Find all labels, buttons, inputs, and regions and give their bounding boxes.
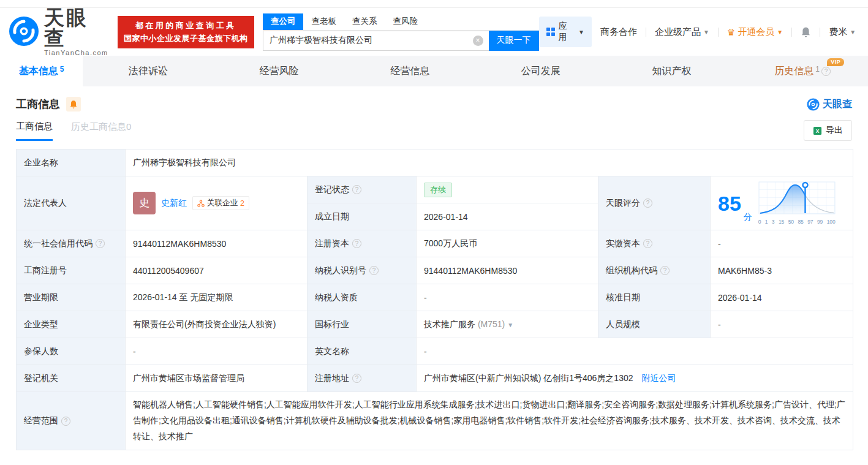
user-menu[interactable]: 费米 ▼ [829,26,856,38]
top-divider [0,0,868,8]
field-label: 注册资本? [308,230,417,257]
field-label: 天眼评分? [598,176,711,230]
avatar[interactable]: 史 [133,192,156,214]
enterprise-products-menu[interactable]: 企业级产品 ▼ [655,26,709,38]
open-vip-menu[interactable]: ♛ 开通会员 ▼ [727,26,783,38]
tab-legal-proceedings[interactable]: 法律诉讼 [83,56,214,86]
search-tab-boss[interactable]: 查老板 [303,13,344,30]
apps-label: 应用 [559,21,575,43]
help-icon[interactable]: ? [821,67,831,76]
help-icon[interactable]: ? [96,239,105,248]
help-icon[interactable]: ? [352,239,361,248]
divider [791,28,792,37]
field-label: 成立日期 [308,203,417,230]
field-label: 注册地址? [308,365,417,392]
tab-company-development[interactable]: 公司发展 [475,56,606,86]
credit-code-value: 91440112MAK6HM8530 [126,230,308,257]
reg-authority-value: 广州市黄埔区市场监督管理局 [126,365,308,392]
header-right-nav: 应用 ▼ 商务合作 企业级产品 ▼ ♛ 开通会员 ▼ 费米 ▼ [539,17,860,47]
tianyancha-logo-icon [807,98,820,111]
approval-date-value: 2026-01-14 [711,284,853,311]
english-name-value: - [417,338,853,365]
help-icon[interactable]: ? [352,374,361,383]
field-label: 英文名称 [308,338,417,365]
reg-number-value: 440112005409607 [126,257,308,284]
industry-cell: 技术推广服务 (M751) ▼ [417,311,598,338]
search-tab-risk[interactable]: 查风险 [385,13,426,30]
tab-count: 1 [815,65,820,74]
tianyancha-logo[interactable]: 天眼查 TianYanCha.com [9,7,110,56]
field-label: 核准日期 [598,284,711,311]
chevron-down-icon: ▼ [703,29,709,36]
score-axis-labels: 0131550859799100 [758,219,836,225]
crown-icon: ♛ [727,28,735,37]
business-term-value: 2026-01-14 至 无固定期限 [126,284,308,311]
tab-intellectual-property[interactable]: 知识产权 [606,56,738,86]
nearby-companies-link[interactable]: 附近公司 [641,373,676,383]
export-button[interactable]: X 导出 [804,120,852,141]
field-label: 营业期限 [17,284,126,311]
table-row: 登记机关 广州市黄埔区市场监督管理局 注册地址? 广州市黄埔区(中新广州知识城)… [17,365,853,392]
field-label: 人员规模 [598,311,711,338]
table-row: 营业期限 2026-01-14 至 无固定期限 纳税人资质 - 核准日期 202… [17,284,853,311]
header: 天眼查 TianYanCha.com 都在用的商业查询工具 国家中小企业发展子基… [0,8,868,56]
help-icon[interactable]: ? [643,239,652,248]
field-label: 纳税人资质 [308,284,417,311]
subtab-history-business-info[interactable]: 历史工商信息0 [71,121,131,140]
taxpayer-id-value: 91440112MAK6HM8530 [417,257,598,284]
tab-business-info[interactable]: 经营信息 [344,56,475,86]
field-label: 实缴资本? [598,230,711,257]
subscribe-bell-button[interactable] [66,97,81,112]
tianyancha-watermark: 天眼查 [807,98,852,111]
table-row: 企业类型 有限责任公司(外商投资企业法人独资) 国标行业 技术推广服务 (M75… [17,311,853,338]
establish-date-value: 2026-01-14 [417,203,598,230]
apps-grid-icon [546,28,555,36]
tyc-score-cell: 85 分 [711,176,853,230]
reg-capital-value: 7000万人民币 [417,230,598,257]
chevron-down-icon: ▼ [578,29,584,36]
chevron-down-icon: ▼ [850,29,856,36]
tab-count: 5 [60,65,64,74]
score-value: 85 [718,193,741,214]
tab-history-info[interactable]: VIP 历史信息 1 ? [737,56,868,86]
help-icon[interactable]: ? [352,185,361,194]
legal-rep-cell: 史 史新红 关联企业 2 [126,176,308,230]
table-row: 经营范围? 智能机器人销售;人工智能硬件销售;人工智能应用软件开发;人工智能行业… [17,392,853,450]
field-label: 组织机构代码? [598,257,711,284]
table-row: 法定代表人 史 史新红 关联企业 2 登记状态? [17,176,853,203]
subtab-row: 工商信息 历史工商信息0 X 导出 [16,120,852,141]
clear-search-icon[interactable]: × [473,36,483,46]
network-icon [197,200,205,207]
reg-address-cell: 广州市黄埔区(中新广州知识城) 亿创街1号406房之1302 附近公司 [417,365,853,392]
search-area: 查公司 查老板 查关系 查风险 × 天眼一下 [263,13,539,51]
field-label: 经营范围? [17,392,126,450]
business-cooperation-link[interactable]: 商务合作 [600,26,637,38]
apps-menu[interactable]: 应用 ▼ [539,17,592,47]
chevron-down-icon[interactable]: ▼ [507,322,513,328]
table-row: 参保人数 - 英文名称 - [17,338,853,365]
help-icon[interactable]: ? [643,198,652,208]
field-label: 工商注册号 [17,257,126,284]
search-tab-relation[interactable]: 查关系 [344,13,385,30]
banner-line2: 国家中小企业发展子基金旗下机构 [123,33,249,44]
field-label: 登记机关 [17,365,126,392]
notifications-button[interactable] [801,26,811,38]
help-icon[interactable]: ? [660,266,670,275]
related-companies-tag[interactable]: 关联企业 2 [192,196,249,210]
taxpayer-quality-value: - [417,284,598,311]
help-icon[interactable]: ? [369,266,379,275]
legal-rep-link[interactable]: 史新红 [161,198,187,209]
help-icon[interactable]: ? [61,417,70,426]
business-scope-value: 智能机器人销售;人工智能硬件销售;人工智能应用软件开发;人工智能行业应用系统集成… [126,392,853,450]
subtab-business-info[interactable]: 工商信息 [16,121,53,141]
search-input[interactable] [263,31,489,51]
field-label: 参保人数 [17,338,126,365]
status-badge: 存续 [424,183,452,197]
search-tab-company[interactable]: 查公司 [263,13,304,30]
org-code-value: MAK6HM85-3 [711,257,853,284]
search-button[interactable]: 天眼一下 [489,31,539,51]
tab-basic-info[interactable]: 基本信息 5 [0,56,83,86]
section-header: 工商信息 天眼查 [16,97,852,112]
tab-operational-risk[interactable]: 经营风险 [214,56,345,86]
table-row: 统一社会信用代码? 91440112MAK6HM8530 注册资本? 7000万… [17,230,853,257]
